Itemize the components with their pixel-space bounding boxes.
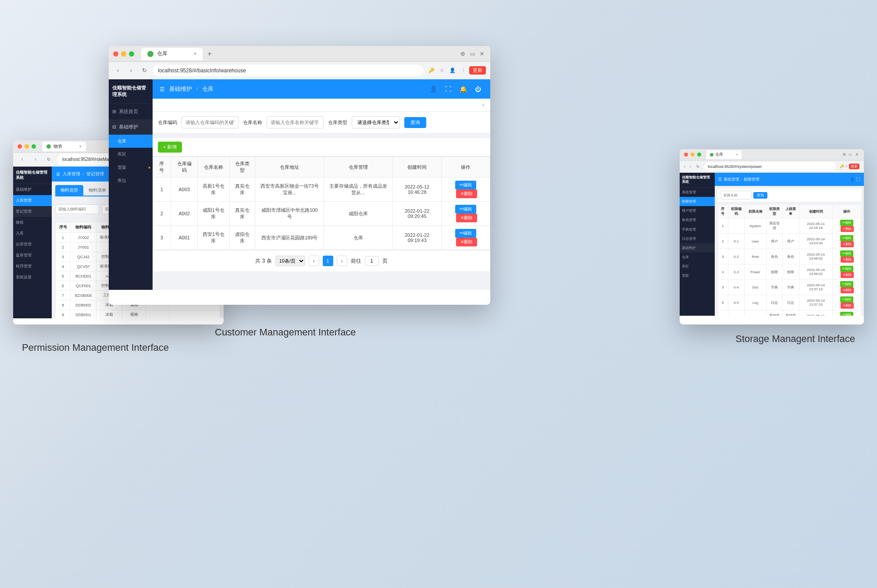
stor-search-btn[interactable]: 查询 xyxy=(753,192,767,199)
right-tab-close[interactable]: × xyxy=(736,153,738,157)
right-close-btn[interactable] xyxy=(684,153,688,157)
stor-del-3[interactable]: ✕删除 xyxy=(841,257,854,263)
refresh-btn[interactable]: ↻ xyxy=(139,66,149,75)
stor-edit-1[interactable]: ✏编辑 xyxy=(840,220,853,226)
stor-name-input[interactable] xyxy=(721,191,752,200)
right-address-input[interactable] xyxy=(704,162,836,171)
warehouse-type-select[interactable]: 请选择仓库类型 真实仓库 虚拟仓库 xyxy=(352,116,400,128)
stor-edit-3[interactable]: ✏编辑 xyxy=(840,250,853,257)
perm-nav-inv[interactable]: 盘库管理 xyxy=(13,250,52,261)
right-star-icon[interactable]: ☆ xyxy=(845,164,848,168)
perm-nav-prog[interactable]: 程序管理 xyxy=(13,261,52,272)
collapse-icon[interactable]: ∧ xyxy=(481,102,485,108)
stor-del-2[interactable]: ✕删除 xyxy=(841,241,854,247)
left-fwd-btn[interactable]: › xyxy=(31,155,40,164)
perm-nav-stockin[interactable]: 验收 xyxy=(13,217,52,228)
stor-nav-log[interactable]: 日志管理 xyxy=(680,234,715,243)
restore-icon[interactable]: ▭ xyxy=(468,50,476,58)
del-btn-1[interactable]: ✕删除 xyxy=(456,189,477,198)
edit-btn-1[interactable]: ✏编辑 xyxy=(455,181,476,189)
del-btn-3[interactable]: ✕删除 xyxy=(456,238,477,246)
new-tab-btn[interactable]: + xyxy=(203,48,216,60)
stor-del-5[interactable]: ✕删除 xyxy=(841,287,854,293)
stor-del-4[interactable]: ✕删除 xyxy=(841,272,854,278)
browser-tab[interactable]: 仓库 × xyxy=(141,48,203,60)
tab-list[interactable]: 物料清单 xyxy=(83,185,111,196)
stor-nav-basic[interactable]: 基础维护 xyxy=(680,243,715,253)
power-icon[interactable]: ⏻ xyxy=(473,84,483,94)
perm-nav-receipt[interactable]: 登记管理 xyxy=(13,206,52,217)
page-1-btn[interactable]: 1 xyxy=(323,256,333,266)
notifications-icon[interactable]: 🔔 xyxy=(458,84,468,94)
perm-nav-basic[interactable]: 基础维护 xyxy=(13,184,52,195)
stor-edit-5[interactable]: ✏编辑 xyxy=(840,281,853,287)
add-button[interactable]: + 新增 xyxy=(158,142,182,153)
max-btn[interactable] xyxy=(129,51,134,57)
stor-nav-wh[interactable]: 仓库 xyxy=(680,253,715,262)
min-btn[interactable] xyxy=(121,51,126,57)
left-max-btn[interactable] xyxy=(32,144,36,149)
perm-nav-out[interactable]: 出库管理 xyxy=(13,239,52,250)
stor-nav-shelf[interactable]: 货架 xyxy=(680,271,715,280)
right-restore-icon[interactable]: ▭ xyxy=(848,153,852,157)
stor-edit-6[interactable]: ✏编辑 xyxy=(840,296,853,303)
perm-nav-in[interactable]: 入库 xyxy=(13,228,52,239)
profile-icon[interactable]: 👤 xyxy=(448,66,457,75)
right-min-btn[interactable] xyxy=(691,153,695,157)
right-tab[interactable]: 仓库 × xyxy=(706,150,742,159)
user-icon[interactable]: 👤 xyxy=(428,84,438,94)
next-page-btn[interactable]: › xyxy=(337,256,347,266)
left-refresh-btn[interactable]: ↻ xyxy=(44,155,53,164)
nav-location[interactable]: 库位 xyxy=(109,174,153,187)
fullscreen-icon[interactable]: ⛶ xyxy=(443,84,453,94)
nav-home[interactable]: ⊞ 系统首页 xyxy=(109,104,153,119)
menu-toggle-icon[interactable]: ☰ xyxy=(160,86,165,93)
right-fwd-btn[interactable]: › xyxy=(690,164,691,169)
stor-edit-2[interactable]: ✏编辑 xyxy=(840,235,853,241)
perm-code-input[interactable] xyxy=(55,204,99,214)
perm-menu-icon[interactable]: ☰ xyxy=(56,172,60,177)
stor-nav-dict[interactable]: 字典管理 xyxy=(680,225,715,234)
perm-nav-sys[interactable]: 系统设置 xyxy=(13,272,52,283)
menu-icon[interactable]: ⋮ xyxy=(459,66,467,75)
right-winclose-icon[interactable]: ✕ xyxy=(856,153,859,157)
right-update-btn[interactable]: 更新 xyxy=(849,164,859,169)
stor-expand-icon[interactable]: ⛶ xyxy=(856,177,860,182)
stor-nav-sys[interactable]: 系统管理 xyxy=(680,188,715,197)
left-tab[interactable]: 物资 × xyxy=(42,142,86,151)
stor-menu-icon[interactable]: ☰ xyxy=(718,177,722,182)
update-button[interactable]: 更新 xyxy=(469,66,486,75)
address-input[interactable] xyxy=(153,65,424,76)
stor-edit-7[interactable]: ✏编辑 xyxy=(840,312,853,316)
tab-close-icon[interactable]: × xyxy=(194,51,196,56)
right-refresh-btn[interactable]: ↻ xyxy=(696,164,700,169)
goto-input[interactable] xyxy=(365,256,379,266)
right-max-btn[interactable] xyxy=(697,153,701,157)
nav-shelf[interactable]: 货架 ★ xyxy=(109,161,153,174)
right-back-btn[interactable]: ‹ xyxy=(684,164,685,169)
stor-user-icon[interactable]: 👤 xyxy=(850,177,855,182)
left-min-btn[interactable] xyxy=(25,144,29,149)
stor-nav-user[interactable]: 用户管理 xyxy=(680,206,715,215)
tab-stockin-1[interactable]: 物料选货 xyxy=(55,185,83,196)
perm-nav-inbound[interactable]: 入库管理 xyxy=(13,195,52,206)
stor-del-6[interactable]: ✕删除 xyxy=(841,303,854,309)
warehouse-code-input[interactable] xyxy=(182,116,239,128)
left-close-btn[interactable] xyxy=(18,144,22,149)
edit-btn-3[interactable]: ✏编辑 xyxy=(455,229,476,238)
left-back-btn[interactable]: ‹ xyxy=(18,155,27,164)
close-btn[interactable] xyxy=(113,51,118,57)
warehouse-name-input[interactable] xyxy=(267,116,324,128)
stor-nav-role[interactable]: 角色管理 xyxy=(680,215,715,225)
del-btn-2[interactable]: ✕删除 xyxy=(456,214,477,222)
prev-page-btn[interactable]: ‹ xyxy=(309,256,319,266)
search-button[interactable]: 查询 xyxy=(404,117,426,128)
window-close-icon[interactable]: ✕ xyxy=(478,50,486,58)
nav-warehouse[interactable]: 仓库 xyxy=(109,135,153,148)
star-icon[interactable]: ☆ xyxy=(438,66,446,75)
back-btn[interactable]: ‹ xyxy=(113,66,123,75)
nav-area[interactable]: 库区 xyxy=(109,148,153,161)
left-tab-close[interactable]: × xyxy=(79,144,82,149)
page-size-select[interactable]: 10条/页 20条/页 xyxy=(275,256,305,266)
stor-nav-power[interactable]: 权限管理 xyxy=(680,197,715,206)
